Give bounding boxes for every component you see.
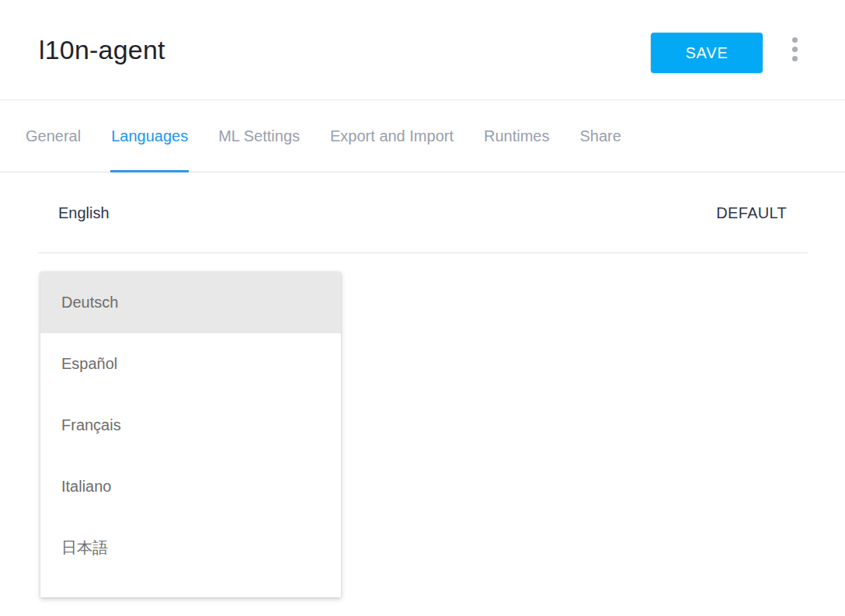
tab-share[interactable]: Share (579, 100, 621, 172)
tab-languages[interactable]: Languages (111, 100, 188, 172)
default-language-row[interactable]: English DEFAULT (0, 172, 845, 253)
tab-ml-settings[interactable]: ML Settings (218, 100, 300, 172)
default-badge: DEFAULT (716, 204, 787, 222)
dropdown-item-deutsch[interactable]: Deutsch (40, 272, 341, 333)
kebab-dot (792, 37, 798, 43)
language-dropdown-menu: Deutsch Español Français Italiano 日本語 (40, 272, 341, 597)
kebab-dot (792, 56, 798, 61)
tab-export-and-import[interactable]: Export and Import (330, 100, 454, 172)
page-title: l10n-agent (39, 35, 165, 65)
language-name: English (58, 204, 110, 222)
divider (38, 252, 808, 253)
kebab-dot (792, 47, 798, 52)
dropdown-item-japanese[interactable]: 日本語 (40, 517, 341, 579)
tab-bar: General Languages ML Settings Export and… (0, 100, 845, 172)
dropdown-item-espanol[interactable]: Español (40, 333, 341, 395)
tab-runtimes[interactable]: Runtimes (484, 100, 549, 172)
header: l10n-agent SAVE (0, 0, 845, 100)
dropdown-item-italiano[interactable]: Italiano (40, 456, 341, 517)
tab-general[interactable]: General (26, 100, 81, 172)
dropdown-item-francais[interactable]: Français (40, 395, 341, 456)
kebab-menu-icon[interactable] (785, 36, 804, 62)
save-button[interactable]: SAVE (651, 33, 763, 73)
